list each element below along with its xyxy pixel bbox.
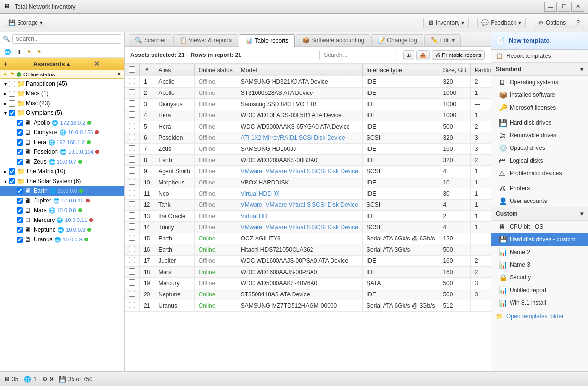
- panel-item-logical[interactable]: 🗃Logical disks: [491, 154, 588, 167]
- row-checkbox[interactable]: [129, 78, 135, 84]
- custom-section-header[interactable]: Custom ▾: [491, 207, 588, 221]
- close-button[interactable]: ✕: [571, 2, 584, 12]
- search-input[interactable]: [12, 34, 121, 44]
- filter-ip-button[interactable]: 🌐: [2, 47, 14, 56]
- group-checkbox[interactable]: [9, 91, 15, 97]
- group-checkbox[interactable]: [9, 110, 15, 116]
- group-checkbox[interactable]: [9, 81, 15, 87]
- sidebar-item-zeus[interactable]: 🖥Zeus🌐 10.0.0.7: [0, 157, 124, 166]
- col-alias[interactable]: Alias: [154, 64, 194, 76]
- col-size[interactable]: Size, GB: [439, 64, 470, 76]
- sidebar-item-panopticon[interactable]: ▾📁Panopticon (45): [0, 79, 124, 89]
- sidebar-item-earth[interactable]: 🖥Earth🌐 10.0.0.8: [0, 186, 124, 196]
- row-checkbox[interactable]: [129, 235, 135, 241]
- panel-item-win81[interactable]: 📊Win 8.1 install: [491, 296, 588, 309]
- expander-icon[interactable]: ▸: [2, 90, 9, 97]
- host-checkbox[interactable]: [17, 149, 23, 155]
- row-checkbox[interactable]: [129, 89, 135, 95]
- group-checkbox[interactable]: [9, 178, 15, 184]
- row-checkbox[interactable]: [129, 302, 135, 308]
- col-status[interactable]: Online status: [194, 64, 237, 76]
- table-row[interactable]: 13 the Oracle Offline Virtual HD IDE 2 1: [125, 211, 491, 222]
- maximize-button[interactable]: ☐: [558, 2, 570, 12]
- row-checkbox[interactable]: [129, 223, 135, 230]
- host-checkbox[interactable]: [17, 139, 23, 146]
- select-all-checkbox[interactable]: [129, 66, 135, 73]
- row-checkbox[interactable]: [129, 212, 135, 219]
- tab-edit[interactable]: ✏️Edit▾: [424, 34, 461, 46]
- table-row[interactable]: 8 Earth Offline WDC WD3200AAKS-00B3A0 ID…: [125, 155, 491, 166]
- tab-software-accounting[interactable]: 📦Software accounting: [296, 34, 371, 46]
- host-checkbox[interactable]: [17, 129, 23, 136]
- table-row[interactable]: 2 Apollo Offline ST31000528AS ATA Device…: [125, 88, 491, 99]
- table-row[interactable]: 17 Jupiter Offline WDC WD1600AAJS-00PSA0…: [125, 256, 491, 267]
- model-link[interactable]: VMware, VMware Virtual S SCSI Disk Devic…: [241, 168, 358, 175]
- table-row[interactable]: 20 Neptune Online ST3500418AS ATA Device…: [125, 289, 491, 300]
- inventory-button[interactable]: 🖥 Inventory ▾: [423, 18, 469, 28]
- panel-item-removable[interactable]: 🗂Removable drives: [491, 129, 588, 142]
- row-checkbox[interactable]: [129, 291, 135, 297]
- row-checkbox[interactable]: [129, 190, 135, 196]
- host-checkbox[interactable]: [17, 198, 23, 204]
- panel-item-security[interactable]: 🔒Security: [491, 271, 588, 284]
- panel-item-os[interactable]: 🖥Operating systems: [491, 76, 588, 89]
- filter-dot-button[interactable]: ⚑: [35, 48, 44, 56]
- table-row[interactable]: 4 Hera Offline WDC WD10EADS-00L5B1 ATA D…: [125, 110, 491, 121]
- assistants-header[interactable]: + Assistants ▲ ✕: [0, 58, 124, 70]
- tab-viewer[interactable]: 📋Viewer & reports: [173, 34, 238, 46]
- table-row[interactable]: 6 Poseidon Offline ATI 1X2 Mirror/RAID1 …: [125, 132, 491, 144]
- sidebar-item-mercury[interactable]: 🖥Mercury🌐 10.0.0.11: [0, 215, 124, 225]
- storage-button[interactable]: 💾 Storage ▾: [4, 18, 47, 28]
- row-checkbox[interactable]: [129, 167, 135, 174]
- sidebar-item-thematrix[interactable]: ▸📁The Matrix (10): [0, 166, 124, 176]
- sidebar-item-poseidon[interactable]: 🖥Poseidon🌐 10.0.0.104: [0, 147, 124, 157]
- host-checkbox[interactable]: [17, 188, 23, 194]
- table-row[interactable]: 11 Neo Offline Virtual HDD [0] IDE 30 1: [125, 188, 491, 200]
- host-checkbox[interactable]: [17, 227, 23, 233]
- expander-icon[interactable]: ▸: [2, 168, 9, 175]
- model-link[interactable]: Virtual HD: [241, 213, 267, 220]
- sidebar-item-jupiter[interactable]: 🖥Jupiter🌐 10.0.0.12: [0, 196, 124, 205]
- row-checkbox[interactable]: [129, 201, 135, 207]
- sort-button[interactable]: ⇅: [15, 48, 23, 56]
- printable-reports-button[interactable]: 🖨 Printable reports: [432, 50, 485, 60]
- expander-icon[interactable]: ▾: [2, 178, 9, 184]
- model-link[interactable]: VMware, VMware Virtual S SCSI Disk Devic…: [241, 202, 358, 208]
- row-checkbox[interactable]: [129, 156, 135, 163]
- help-button[interactable]: ?: [572, 18, 584, 28]
- row-checkbox[interactable]: [129, 179, 135, 185]
- tab-change-log[interactable]: 📝Change log: [371, 34, 423, 46]
- sidebar-item-mars[interactable]: 🖥Mars🌐 10.0.0.8: [0, 205, 124, 215]
- sidebar-item-olympians[interactable]: ▾📁Olympians (5): [0, 108, 124, 118]
- host-checkbox[interactable]: [17, 120, 23, 126]
- row-checkbox[interactable]: [129, 111, 135, 118]
- sidebar-item-apollo[interactable]: 🖥Apollo🌐 172.16.0.2: [0, 118, 124, 128]
- model-link[interactable]: Virtual HDD [0]: [241, 190, 280, 197]
- row-checkbox[interactable]: [129, 123, 135, 129]
- table-row[interactable]: 5 Hera Offline WDC WD5000AAKS-65YGA0 ATA…: [125, 121, 491, 132]
- sidebar-item-uranus[interactable]: 🖥Uranus🌐 10.0.0.9: [0, 235, 124, 244]
- tab-scanner[interactable]: 🔍Scanner: [129, 34, 172, 46]
- expander-icon[interactable]: ▾: [2, 110, 9, 116]
- panel-item-problematic[interactable]: ⚠Problematic devices: [491, 167, 588, 180]
- sidebar-item-neptune[interactable]: 🖥Neptune🌐 10.0.0.3: [0, 225, 124, 235]
- table-row[interactable]: 1 Apollo Offline SAMSUNG HD321KJ ATA Dev…: [125, 76, 491, 88]
- new-template-button[interactable]: 📄 New template: [491, 32, 588, 50]
- panel-item-untitled[interactable]: 📊Untitled report: [491, 284, 588, 296]
- model-link[interactable]: VMware, VMware Virtual S SCSI Disk Devic…: [241, 224, 358, 231]
- expander-icon[interactable]: ▾: [2, 80, 9, 87]
- panel-item-name2[interactable]: 📊Name 2: [491, 246, 588, 258]
- host-checkbox[interactable]: [17, 159, 23, 165]
- expander-icon[interactable]: ▸: [2, 100, 9, 107]
- panel-item-cpu[interactable]: 🖥CPU bit - OS: [491, 221, 588, 233]
- sidebar-item-hera[interactable]: 🖥Hera🌐 192.168.1.2: [0, 137, 124, 147]
- panel-item-optical[interactable]: 💿Optical drives: [491, 142, 588, 154]
- row-checkbox[interactable]: [129, 246, 135, 252]
- table-row[interactable]: 18 Mars Online WDC WD1600AAJS-00PSA0 IDE…: [125, 267, 491, 278]
- panel-item-name3[interactable]: 📊Name 3: [491, 258, 588, 271]
- report-search-input[interactable]: [319, 50, 397, 60]
- table-row[interactable]: 10 Morpheus Offline VBOX HARDDISK IDE 10…: [125, 177, 491, 188]
- minimize-button[interactable]: —: [544, 2, 557, 12]
- row-checkbox[interactable]: [129, 134, 135, 140]
- row-checkbox[interactable]: [129, 279, 135, 286]
